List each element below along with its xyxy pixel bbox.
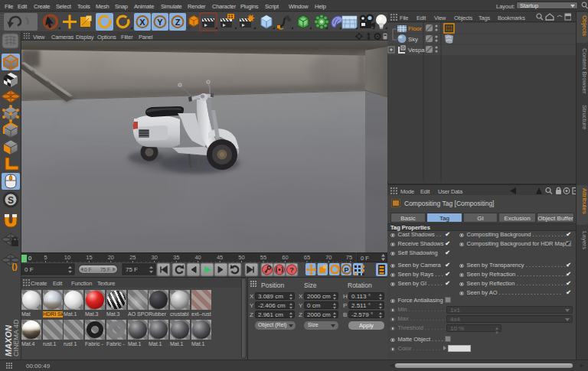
svg-text:75 F: 75 F [100,267,110,272]
svg-text:75: 75 [346,254,352,261]
svg-text:50: 50 [238,254,244,261]
svg-text:0 F: 0 F [24,266,34,273]
svg-text:40: 40 [194,254,201,261]
svg-text:15: 15 [86,254,92,261]
svg-text:(): () [11,262,18,271]
svg-text:X: X [139,18,145,27]
svg-text:20: 20 [108,254,114,261]
svg-text:10: 10 [64,254,70,261]
svg-text:Z: Z [175,18,181,27]
svg-text:55: 55 [260,254,266,261]
svg-text:Y: Y [157,18,163,27]
svg-text:65: 65 [304,254,310,261]
svg-text:30: 30 [152,254,158,261]
svg-text:25: 25 [129,254,136,261]
svg-text:P: P [344,266,348,274]
svg-text:35: 35 [173,254,179,261]
svg-text:0 F: 0 F [84,267,91,272]
svg-text:Vespa: Vespa [408,47,425,54]
svg-text:75 F: 75 F [126,266,138,273]
svg-text:70: 70 [325,254,332,261]
svg-text:0: 0 [28,255,31,262]
svg-text:Sky: Sky [408,36,418,43]
svg-text:S: S [8,195,14,206]
svg-text:45: 45 [217,254,223,261]
svg-text:5: 5 [44,254,47,261]
svg-text:60: 60 [282,254,288,261]
svg-text:Floor: Floor [408,25,422,32]
svg-text:?: ? [289,266,294,274]
